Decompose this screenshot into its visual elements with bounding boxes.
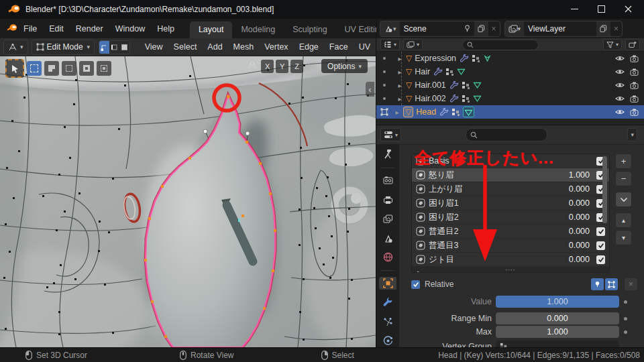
- value-slider[interactable]: 1.000: [496, 296, 619, 308]
- shape-key-value[interactable]: 0.000: [547, 227, 590, 236]
- menu-edge[interactable]: Edge: [294, 40, 324, 54]
- outliner-row-expression[interactable]: ▸ ▽ Expression: [376, 52, 644, 65]
- outliner-row-head[interactable]: ▸ ▽ Head: [376, 105, 644, 119]
- filter-button[interactable]: ▾: [603, 39, 622, 50]
- editor-type-button[interactable]: ▾: [3, 40, 28, 55]
- new-scene-button[interactable]: [474, 21, 488, 36]
- scene-name-field[interactable]: Scene: [400, 24, 460, 34]
- mirror-z-button[interactable]: Z: [290, 60, 303, 73]
- scene-type-button[interactable]: ▾: [380, 21, 400, 36]
- shape-key-row[interactable]: 普通目2 0.000: [412, 225, 609, 239]
- outliner-display-mode-button[interactable]: ▾: [403, 39, 423, 50]
- mirror-y-button[interactable]: Y: [276, 60, 288, 73]
- properties-options-button[interactable]: ▾: [627, 128, 637, 141]
- menu-add[interactable]: Add: [202, 40, 227, 54]
- select-box-intersect-button[interactable]: [97, 61, 111, 76]
- shape-key-value[interactable]: 1.000: [547, 170, 590, 180]
- properties-editor-type-button[interactable]: ▾: [380, 128, 401, 141]
- disclosure-icon[interactable]: ▸: [393, 109, 401, 116]
- options-dropdown[interactable]: Options ▾: [321, 59, 368, 73]
- pin-icon[interactable]: [460, 21, 474, 36]
- render-camera-icon[interactable]: [630, 55, 639, 62]
- outliner-row-hair-002[interactable]: ▸ ▽ Hair.002: [376, 92, 644, 105]
- tab-particles[interactable]: [379, 315, 396, 328]
- shape-key-specials-button[interactable]: [615, 192, 632, 207]
- properties-search-input[interactable]: [466, 128, 547, 141]
- move-down-button[interactable]: ▾: [615, 230, 632, 245]
- tab-render[interactable]: [379, 174, 396, 188]
- hide-eye-icon[interactable]: [615, 55, 625, 62]
- hide-eye-icon[interactable]: [615, 68, 625, 75]
- mode-dropdown[interactable]: Edit Mode ▾: [32, 40, 95, 55]
- edit-mode-display-button[interactable]: [605, 278, 618, 290]
- shape-key-value[interactable]: 0.000: [547, 184, 590, 194]
- select-box-new-button[interactable]: [27, 61, 42, 76]
- resize-grip[interactable]: ::::: [412, 267, 609, 273]
- disclosure-icon[interactable]: ▸: [396, 82, 404, 89]
- move-up-button[interactable]: ▴: [615, 213, 632, 228]
- sidebar-toggle[interactable]: ‹: [366, 82, 374, 97]
- menu-view[interactable]: View: [140, 40, 168, 54]
- maximize-button[interactable]: [588, 0, 614, 18]
- hide-eye-icon[interactable]: [615, 95, 625, 102]
- new-viewlayer-button[interactable]: [596, 21, 610, 36]
- animate-dot-icon[interactable]: [624, 300, 627, 304]
- remove-viewlayer-button[interactable]: ×: [610, 21, 622, 36]
- hide-eye-icon[interactable]: [615, 109, 625, 115]
- shape-key-value[interactable]: 0.000: [547, 213, 590, 222]
- menu-window[interactable]: Window: [109, 21, 151, 36]
- tab-modifiers[interactable]: [379, 296, 396, 309]
- menu-render[interactable]: Render: [70, 21, 109, 36]
- outliner-editor-type-button[interactable]: ▾: [380, 39, 400, 50]
- relative-checkbox[interactable]: [411, 280, 420, 289]
- shape-key-row[interactable]: 怒り眉 1.000: [412, 168, 609, 182]
- minimize-button[interactable]: [561, 0, 588, 18]
- tab-sculpting[interactable]: Sculpting: [284, 21, 335, 38]
- shape-key-checkbox[interactable]: [596, 227, 605, 236]
- shape-key-row[interactable]: 困り眉2 0.000: [412, 210, 609, 225]
- render-camera-icon[interactable]: [630, 82, 639, 89]
- disclosure-icon[interactable]: ▸: [396, 55, 404, 62]
- shape-key-value[interactable]: 0.000: [547, 255, 590, 264]
- select-box-subtract-button[interactable]: [62, 61, 76, 76]
- tweak-tool-button[interactable]: [5, 59, 24, 78]
- tab-physics[interactable]: [379, 334, 396, 347]
- menu-mesh[interactable]: Mesh: [228, 40, 260, 54]
- tab-scene[interactable]: [379, 231, 396, 245]
- list-scrollbar[interactable]: [602, 156, 607, 223]
- tab-output[interactable]: [379, 193, 396, 206]
- add-shape-key-button[interactable]: +: [615, 154, 632, 169]
- shape-key-row[interactable]: ジト目 0.000: [412, 253, 609, 267]
- select-box-extend-button[interactable]: [44, 61, 59, 76]
- menu-face[interactable]: Face: [324, 40, 354, 54]
- outliner-search-input[interactable]: [462, 40, 539, 50]
- shape-key-value[interactable]: 0.000: [547, 198, 590, 208]
- proportional-edit-icon[interactable]: [307, 60, 317, 72]
- tab-modeling[interactable]: Modeling: [232, 21, 284, 38]
- shape-key-checkbox[interactable]: [596, 241, 605, 250]
- tab-view-layer[interactable]: [379, 213, 396, 226]
- shape-key-row[interactable]: 困り眉1 0.000: [412, 196, 609, 210]
- mirror-x-button[interactable]: X: [261, 60, 274, 73]
- vertex-select-button[interactable]: [99, 41, 109, 54]
- menu-edit[interactable]: Edit: [43, 21, 70, 36]
- blender-menu-icon[interactable]: [7, 23, 17, 34]
- viewport-3d[interactable]: X Y Z Options ▾ ‹: [0, 56, 376, 347]
- mirror-icon[interactable]: [247, 60, 258, 72]
- tab-layout[interactable]: Layout: [190, 21, 233, 38]
- range-max-field[interactable]: 1.000: [496, 326, 619, 338]
- render-camera-icon[interactable]: [630, 68, 639, 76]
- remove-shape-key-button[interactable]: −: [615, 171, 632, 186]
- menu-uv[interactable]: UV: [354, 40, 376, 54]
- render-camera-icon[interactable]: [630, 95, 639, 103]
- animate-dot-icon[interactable]: [624, 330, 627, 334]
- shape-key-row[interactable]: 普通目3 0.000: [412, 239, 609, 253]
- animate-dot-icon[interactable]: [624, 317, 627, 320]
- tab-world[interactable]: [379, 251, 396, 264]
- range-min-field[interactable]: 0.000: [496, 312, 619, 324]
- shape-key-value[interactable]: 0.000: [547, 241, 590, 250]
- unlink-scene-button[interactable]: ×: [488, 21, 500, 36]
- menu-vertex[interactable]: Vertex: [259, 40, 293, 54]
- menu-file[interactable]: File: [17, 21, 43, 36]
- hide-eye-icon[interactable]: [615, 82, 625, 88]
